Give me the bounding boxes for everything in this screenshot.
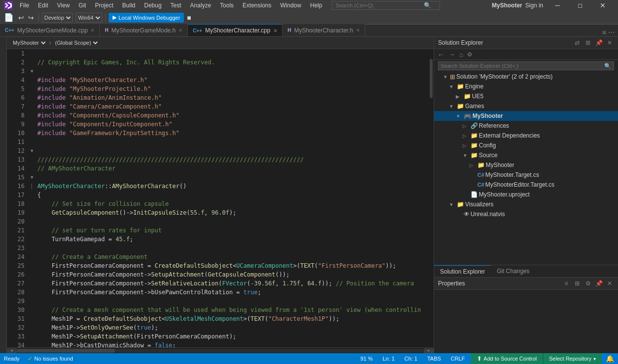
tree-arrow-engine[interactable]: ▼: [449, 84, 456, 89]
panel-tab-git-changes[interactable]: Git Changes: [491, 265, 535, 277]
toolbar-stop-icon[interactable]: ■: [185, 14, 193, 22]
build-config-select[interactable]: Develop: [42, 13, 73, 23]
tree-extdeps-item[interactable]: ▷ 📁 External Dependencies: [434, 131, 618, 140]
tab-close-1[interactable]: ✕: [90, 28, 94, 33]
tree-arrow-games[interactable]: ▼: [449, 104, 456, 109]
status-no-issues[interactable]: ✓ No issues found: [24, 353, 77, 364]
h-scrollbar-thumb[interactable]: [17, 349, 115, 353]
status-zoom[interactable]: 91 %: [358, 356, 375, 362]
se-sync-icon[interactable]: ⇄: [573, 38, 582, 47]
notifications-icon[interactable]: 🔔: [602, 353, 618, 364]
filename-select[interactable]: MyShooter: [11, 39, 47, 46]
menu-help[interactable]: Help: [306, 1, 326, 10]
tab-more-icon[interactable]: ⋯: [608, 28, 615, 36]
menu-view[interactable]: View: [53, 1, 74, 10]
menu-git[interactable]: Git: [75, 1, 90, 10]
tree-visualizers-item[interactable]: ▼ 📁 Visualizers: [434, 199, 618, 209]
tree-arrow-refs[interactable]: ▷: [463, 123, 470, 129]
tree-references-item[interactable]: ▷ 🔗 References: [434, 121, 618, 131]
tab-myshootergamemode-cpp[interactable]: C++ MyShooterGameMode.cpp ✕: [0, 24, 100, 36]
tab-close-2[interactable]: ✕: [178, 28, 182, 33]
status-encoding[interactable]: CRLF: [449, 356, 467, 362]
tree-arrow-source[interactable]: ▼: [463, 153, 470, 158]
tree-myshooter-proj-item[interactable]: ▼ 🎮 MyShooter: [434, 111, 618, 121]
menu-test[interactable]: Test: [167, 1, 185, 10]
gutter-12-collapse[interactable]: ▼: [29, 146, 35, 155]
scrollbar-thumb[interactable]: [430, 59, 433, 98]
scroll-left-btn[interactable]: ◂: [7, 348, 17, 353]
tree-ue5-item[interactable]: ▶ 📁 UE5: [434, 91, 618, 101]
tab-myshootercharacter-cpp[interactable]: C++ MyShooterCharacter.cpp ✕: [188, 24, 283, 36]
se-toolbar-back-icon[interactable]: ←: [436, 51, 446, 58]
props-settings-icon[interactable]: ⚙: [584, 279, 592, 288]
status-ready[interactable]: Ready: [0, 353, 24, 364]
se-props-icon[interactable]: ⊞: [584, 38, 592, 47]
menu-tools[interactable]: Tools: [216, 1, 237, 10]
restore-button[interactable]: ◻: [569, 0, 591, 11]
props-close-icon[interactable]: ✕: [605, 279, 614, 288]
menu-file[interactable]: File: [16, 1, 33, 10]
title-search-input[interactable]: [335, 2, 424, 8]
gutter-3-collapse[interactable]: ▼: [29, 67, 35, 76]
toolbar-new-icon[interactable]: 📄: [2, 13, 16, 22]
add-to-source-control-btn[interactable]: ⬆ Add to Source Control: [471, 353, 543, 364]
tree-engine-item[interactable]: ▼ 📁 Engine: [434, 82, 618, 91]
sign-in-button[interactable]: Sign in: [525, 2, 543, 9]
tree-natvis-item[interactable]: 👁 Unreal.natvis: [434, 209, 618, 219]
se-search-input[interactable]: [438, 61, 614, 70]
panel-tab-solution-explorer[interactable]: Solution Explorer: [434, 265, 491, 277]
toolbar-redo-icon[interactable]: ↪: [27, 14, 35, 22]
menu-analyze[interactable]: Analyze: [186, 1, 215, 10]
status-col[interactable]: Ch: 1: [403, 356, 419, 362]
props-list-icon[interactable]: ≡: [562, 279, 571, 288]
se-pin-icon[interactable]: 📌: [594, 38, 603, 47]
select-repository-btn[interactable]: Select Repository ▾: [543, 353, 602, 364]
scroll-right-btn[interactable]: ▸: [424, 348, 434, 353]
menu-debug[interactable]: Debug: [140, 1, 165, 10]
title-search-box[interactable]: 🔍: [332, 1, 440, 10]
gutter-15-collapse[interactable]: ▼: [29, 173, 35, 182]
close-button[interactable]: ✕: [591, 0, 614, 11]
tree-arrow-config[interactable]: ▷: [463, 143, 470, 148]
props-pin-icon[interactable]: 📌: [594, 279, 603, 288]
tab-close-4[interactable]: ✕: [356, 28, 360, 33]
menu-window[interactable]: Window: [276, 1, 305, 10]
horizontal-scrollbar[interactable]: ◂ ▸: [7, 347, 434, 353]
tab-close-3[interactable]: ✕: [273, 28, 277, 33]
menu-edit[interactable]: Edit: [34, 1, 52, 10]
tree-arrow-ue5[interactable]: ▶: [456, 94, 463, 99]
scope-select[interactable]: (Global Scope): [53, 39, 99, 46]
tree-config-item[interactable]: ▷ 📁 Config: [434, 140, 618, 150]
menu-build[interactable]: Build: [118, 1, 140, 10]
tree-arrow-myshooter-src[interactable]: ▷: [470, 163, 476, 168]
tree-arrow-extdeps[interactable]: ▷: [463, 133, 470, 139]
minimize-button[interactable]: ─: [546, 0, 569, 11]
menu-extensions[interactable]: Extensions: [238, 1, 275, 10]
code-editor[interactable]: // Copyright Epic Games, Inc. All Rights…: [35, 49, 429, 347]
tree-arrow-visualizers[interactable]: ▼: [449, 202, 456, 207]
tree-games-item[interactable]: ▼ 📁 Games: [434, 101, 618, 111]
tree-arrow-solution[interactable]: ▼: [442, 74, 449, 80]
tab-myshootercharacter-h[interactable]: H MyShooterCharacter.h ✕: [283, 24, 365, 36]
platform-select[interactable]: Win64: [76, 13, 102, 23]
se-toolbar-settings-icon[interactable]: ⚙: [466, 51, 474, 58]
se-close-icon[interactable]: ✕: [605, 38, 614, 47]
editor-scrollbar[interactable]: [429, 49, 434, 347]
tab-list-icon[interactable]: ≡: [602, 28, 606, 36]
tree-editortarget-cs-item[interactable]: C# MyShooterEditor.Target.cs: [434, 180, 618, 190]
se-toolbar-fwd-icon[interactable]: →: [447, 51, 457, 58]
toolbar-undo-icon[interactable]: ↩: [17, 14, 26, 22]
props-grid-icon[interactable]: ⊞: [573, 279, 582, 288]
h-scrollbar-track[interactable]: [17, 349, 424, 353]
tree-source-item[interactable]: ▼ 📁 Source: [434, 150, 618, 160]
status-tabs[interactable]: TABS: [425, 356, 443, 362]
tree-solution-item[interactable]: ▼ ⊞ Solution 'MyShooter' (2 of 2 project…: [434, 72, 618, 82]
status-line[interactable]: Ln: 1: [381, 356, 396, 362]
tree-target-cs-item[interactable]: C# MyShooter.Target.cs: [434, 170, 618, 180]
tab-myshootergamemode-h[interactable]: H MyShooterGameMode.h ✕: [100, 24, 188, 36]
run-debugger-button[interactable]: ▶ Local Windows Debugger: [109, 13, 184, 23]
menu-project[interactable]: Project: [91, 1, 117, 10]
tree-uproject-item[interactable]: 📄 MyShooter.uproject: [434, 190, 618, 199]
tree-myshooter-src-item[interactable]: ▷ 📁 MyShooter: [434, 160, 618, 170]
se-toolbar-home-icon[interactable]: ⌂: [458, 51, 465, 58]
